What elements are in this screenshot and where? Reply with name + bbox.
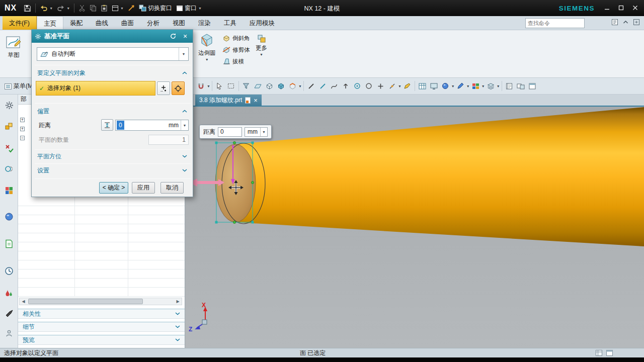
snap-options-caret-icon[interactable]: ▼	[207, 84, 210, 88]
cut-button[interactable]	[76, 2, 88, 14]
more-caret-icon[interactable]: ▼	[260, 53, 263, 56]
process-tools-icon[interactable]	[4, 308, 15, 319]
rectangle-select-icon[interactable]	[225, 80, 237, 92]
materials-icon[interactable]	[4, 288, 15, 299]
tab-tools[interactable]: 工具	[217, 16, 243, 30]
distance-unit-dropdown[interactable]: mm ▼	[167, 120, 188, 130]
copy-button[interactable]	[88, 2, 99, 14]
undo-caret-icon[interactable]: ▼	[49, 7, 53, 10]
tree-collapse-icon[interactable]: −	[20, 136, 25, 140]
line-highlight-snap-icon[interactable]	[317, 80, 329, 92]
scroll-right-icon[interactable]: ▶	[174, 299, 182, 304]
layers-icon[interactable]	[485, 80, 497, 92]
notebook-icon[interactable]	[504, 80, 515, 92]
constraint-navigator-icon[interactable]	[4, 143, 15, 154]
chamfer-button[interactable]: 倒斜角	[222, 34, 250, 42]
window-menu-button[interactable]: 窗口▼	[174, 2, 204, 14]
tab-assemblies[interactable]: 装配	[63, 16, 89, 30]
maximize-button[interactable]	[614, 2, 628, 14]
offset-direction-arrow[interactable]	[189, 178, 224, 187]
list-panel-icon[interactable]	[527, 80, 538, 92]
grid-caret-icon[interactable]: ▼	[481, 84, 485, 88]
objects-section-header[interactable]: 要定义平面的对象	[32, 68, 193, 78]
type-dropdown[interactable]: 自动判断 ▼	[37, 47, 189, 61]
display-window-icon[interactable]	[428, 80, 440, 92]
save-button[interactable]	[22, 2, 33, 14]
cylinder-body[interactable]	[235, 107, 644, 246]
tab-application[interactable]: 应用模块	[243, 16, 281, 30]
plane-filter-icon[interactable]	[252, 80, 264, 92]
part-tab[interactable]: 3.8 添加螺纹.prt ×	[195, 95, 262, 106]
redo-caret-icon[interactable]: ▼	[66, 7, 70, 10]
roles-gear-icon[interactable]	[4, 100, 15, 111]
settings-section-header[interactable]: 设置	[32, 165, 193, 175]
selection-filter-icon[interactable]	[240, 80, 252, 92]
unit-caret-icon[interactable]: ▼	[262, 130, 266, 134]
trim-body-button[interactable]: 修剪体	[222, 46, 250, 54]
details-section[interactable]: 细节	[18, 322, 185, 332]
window-status-icon[interactable]	[606, 350, 613, 356]
model-scene[interactable]: X Z	[185, 107, 644, 348]
curve-snap-icon[interactable]	[329, 80, 340, 92]
type-caret-icon[interactable]: ▼	[179, 48, 188, 60]
tab-home[interactable]: 主页	[37, 16, 63, 30]
sphere-caret-icon[interactable]: ▼	[451, 84, 455, 88]
dialog-header[interactable]: 基准平面 ×	[32, 30, 193, 43]
minimize-button[interactable]	[600, 2, 614, 14]
edge-blend-button[interactable]: 边倒圆 ▼	[198, 32, 216, 61]
sphere-display-icon[interactable]	[440, 80, 451, 92]
filter-caret-icon[interactable]: ▼	[298, 84, 302, 88]
tab-curve[interactable]: 曲线	[89, 16, 115, 30]
edge-blend-caret-icon[interactable]: ▼	[205, 58, 209, 61]
navigator-horizontal-scrollbar[interactable]: ◀ ▶	[19, 298, 182, 305]
pen-caret-icon[interactable]: ▼	[466, 84, 470, 88]
history-icon[interactable]	[4, 265, 15, 277]
datum-navigator-icon[interactable]	[4, 164, 15, 175]
annotation-pen-icon[interactable]	[455, 80, 466, 92]
close-window-button[interactable]	[628, 2, 642, 14]
command-finder-icon[interactable]	[126, 2, 137, 14]
triad-origin-icon[interactable]	[202, 320, 207, 324]
tab-surface[interactable]: 曲面	[115, 16, 140, 30]
layers-caret-icon[interactable]: ▼	[497, 84, 500, 88]
tree-expand-icon[interactable]: +	[20, 127, 25, 131]
undo-button[interactable]: ▼	[38, 2, 55, 14]
sketch-point-icon[interactable]	[401, 80, 413, 92]
clipboard-panel-icon[interactable]	[611, 19, 618, 26]
window-box-caret-icon[interactable]: ▼	[120, 7, 124, 10]
tree-row[interactable]: +	[20, 127, 25, 131]
distance-input[interactable]: 0	[218, 127, 242, 137]
line-snap-icon[interactable]	[305, 80, 317, 92]
command-search-box[interactable]	[525, 18, 585, 28]
active-selection-target-button[interactable]	[172, 81, 185, 95]
solid-body-filter-icon[interactable]	[264, 80, 275, 92]
offset-section-header[interactable]: 偏置	[32, 106, 193, 116]
more-button[interactable]: 更多 ▼	[256, 34, 267, 56]
point-dialog-button[interactable]	[157, 81, 170, 95]
command-search-input[interactable]	[526, 20, 601, 26]
sketch-button[interactable]: 草图	[5, 33, 22, 59]
face-filter-icon[interactable]	[275, 80, 287, 92]
tree-expand-icon[interactable]: +	[20, 118, 25, 122]
distance-unit-caret-icon[interactable]: ▼	[183, 124, 187, 127]
reuse-library-icon[interactable]	[4, 211, 15, 222]
point-on-curve-icon[interactable]	[386, 80, 398, 92]
navigator-grid[interactable]	[18, 197, 185, 297]
tab-render[interactable]: 渲染	[192, 16, 217, 30]
snap-more-caret-icon[interactable]: ▼	[398, 84, 401, 88]
assembly-navigator-icon[interactable]	[4, 121, 15, 132]
distance-value-selected[interactable]: 0	[117, 121, 124, 130]
measure-button[interactable]	[101, 119, 113, 131]
distance-input-field[interactable]: 0 mm ▼	[115, 120, 189, 131]
tab-file[interactable]: 文件(F)	[3, 16, 37, 30]
ok-button[interactable]: < 确定 >	[99, 182, 128, 194]
dependencies-section[interactable]: 相关性	[18, 309, 185, 319]
preview-section[interactable]: 预览	[18, 335, 185, 345]
orientation-triad[interactable]: X Z	[189, 302, 207, 333]
grid-status-icon[interactable]	[596, 350, 602, 356]
cancel-button[interactable]: 取消	[160, 182, 184, 194]
circle-snap-icon[interactable]	[363, 80, 375, 92]
paste-button[interactable]	[99, 2, 110, 14]
intersection-snap-icon[interactable]	[375, 80, 386, 92]
view-gallery-icon[interactable]	[4, 238, 15, 249]
